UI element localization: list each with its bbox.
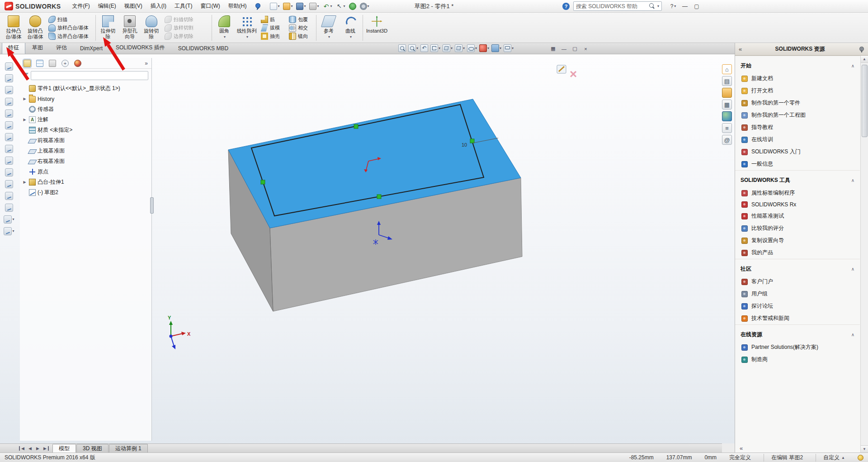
cancel-sketch-icon[interactable]: × [570, 67, 577, 81]
restore[interactable]: ▢▾ [692, 2, 702, 10]
task-pane-item[interactable]: SOLIDWORKS Rx [735, 199, 860, 210]
task-pane-item[interactable]: 制作我的第一个工程图 [735, 109, 860, 121]
shell-button[interactable]: 抽壳 [259, 32, 286, 40]
tree-item[interactable]: 注解 [21, 114, 151, 125]
task-pane-item[interactable]: 探讨论坛 [735, 300, 860, 312]
sketch-rectangle[interactable]: ▾ [0, 131, 18, 143]
task-pane-item[interactable]: 指导教程 [735, 121, 860, 133]
command-tab[interactable]: SOLIDWORKS 插件 [109, 42, 171, 54]
expand-arrow-icon[interactable] [22, 118, 27, 122]
task-pane-item[interactable]: 我的产品 [735, 247, 860, 259]
task-pane-item[interactable]: 用户组 [735, 288, 860, 300]
tree-item[interactable]: 前视基准面 [21, 135, 151, 146]
document-tab[interactable]: 3D 视图 [76, 444, 108, 452]
mirror-entities[interactable]: ▾ [0, 178, 18, 190]
boundary-cut-button[interactable]: 边界切除 [163, 32, 209, 40]
previous-tab[interactable]: ◀ [27, 446, 33, 451]
task-pane-item[interactable]: 一般信息 [735, 158, 860, 170]
zoom-area[interactable]: ▾ [408, 44, 419, 52]
section-header[interactable]: SOLIDWORKS 工具 ∧ [735, 171, 860, 187]
trim-entities[interactable]: ▾ [0, 143, 18, 155]
task-pane-item[interactable]: 制作我的第一个零件 [735, 97, 860, 109]
help-badge-icon[interactable]: ? [562, 3, 570, 10]
quick-tool-button[interactable]: ▾ [282, 2, 293, 10]
task-pane-scrollbar[interactable]: ▲ ▼ [860, 56, 868, 452]
section-view[interactable]: ▾ [430, 44, 441, 52]
tree-item[interactable]: 原点 [21, 167, 151, 177]
pin-toolbar-icon[interactable] [254, 3, 261, 10]
lofted-boss-base-button[interactable]: 放样凸台/基体 [47, 24, 93, 32]
command-tab[interactable]: 草图 [26, 42, 49, 54]
solidworks-resources[interactable]: ⌂ [722, 64, 732, 74]
tree-item[interactable]: 上视基准面 [21, 146, 151, 156]
cascade-doc[interactable]: ▦ [548, 44, 558, 53]
collapse-section-icon[interactable]: ∧ [851, 178, 854, 183]
scroll-down-icon[interactable]: ▼ [861, 445, 868, 452]
next-tab[interactable]: ▶ [34, 446, 41, 451]
reference-geometry-button[interactable]: 参考 ▾ [318, 14, 340, 42]
task-pane-item[interactable]: 新建文档 [735, 72, 860, 85]
view-orientation[interactable]: ▾ [442, 44, 453, 52]
tree-item[interactable]: 传感器 [21, 104, 151, 114]
design-library[interactable]: ▤ [722, 76, 732, 86]
menu-item[interactable]: 文件(F) [68, 0, 94, 12]
previous-page-icon[interactable]: « [740, 445, 743, 452]
task-pane-item[interactable]: 性能基准测试 [735, 210, 860, 222]
appearances-scenes[interactable] [722, 111, 732, 121]
quick-tool-button[interactable]: ▾ [322, 2, 333, 10]
rib-button[interactable]: 筋 [259, 15, 286, 24]
document-tab[interactable]: 运动算例 1 [109, 444, 148, 452]
offset-entities[interactable]: ▾ [0, 167, 18, 178]
restore-doc[interactable]: ▢ [570, 44, 580, 53]
revolved-cut-button[interactable]: 旋转切 除▾ [141, 14, 162, 42]
tree-filter-input[interactable] [31, 71, 148, 80]
menu-item[interactable]: 插入(I) [146, 0, 170, 12]
collapse-section-icon[interactable]: ∧ [851, 63, 854, 68]
swept-cut-button[interactable]: 扫描切除 [163, 15, 209, 24]
quick-snaps[interactable]: ▾ [0, 214, 18, 225]
select-tool[interactable]: ▾ [0, 61, 18, 72]
convert-entities[interactable]: ▾ [0, 155, 18, 167]
command-tab[interactable]: 特征 [2, 42, 25, 54]
task-pane-item[interactable]: 在线培训 [735, 133, 860, 146]
propertymanager[interactable] [36, 60, 43, 67]
swept-boss-base-button[interactable]: 扫描 [47, 15, 93, 24]
display-relations[interactable]: ▾ [0, 202, 18, 214]
command-tab[interactable]: SOLIDWORKS MBD [172, 43, 235, 54]
tree-item[interactable]: 凸台-拉伸1 [21, 177, 151, 187]
boundary-boss-base-button[interactable]: 边界凸台/基体 [47, 32, 93, 40]
scrollbar-thumb[interactable] [862, 65, 868, 137]
command-tab[interactable]: 评估 [50, 42, 73, 54]
search-icon[interactable] [649, 3, 655, 9]
dimxpertmanager[interactable] [61, 60, 69, 67]
edit-sketch[interactable]: ▾ [0, 72, 18, 84]
hide-show-items[interactable]: ▾ [467, 44, 477, 52]
task-pane-item[interactable]: 制造商 [735, 353, 860, 366]
tree-item[interactable]: 右视基准面 [21, 156, 151, 167]
zoom-fit[interactable]: ▾ [398, 44, 406, 52]
revolved-boss-base-button[interactable]: 旋转凸 台/基体▾ [24, 14, 46, 42]
wrap-button[interactable]: 包覆 [288, 15, 314, 24]
tree-item[interactable]: (-) 草图2 [21, 187, 151, 198]
featuremanager-design-tree[interactable] [24, 60, 31, 67]
tree-item[interactable]: 材质 <未指定> [21, 125, 151, 135]
rapid-sketch[interactable]: ▾ [0, 225, 18, 237]
sketch-arc[interactable]: ▾ [0, 119, 18, 131]
display-style[interactable]: ▾ [454, 44, 465, 52]
extruded-cut-button[interactable]: 拉伸切 除▾ [97, 14, 119, 42]
quick-tool-button[interactable]: ▾ [269, 2, 280, 10]
midpoint-handle[interactable] [261, 180, 265, 184]
edit-appearance[interactable]: ▾ [479, 44, 490, 52]
section-header[interactable]: 社区 ∧ [735, 259, 860, 276]
solidworks-forum[interactable]: @ [722, 135, 732, 145]
quick-tool-button[interactable]: ▾ [295, 2, 307, 10]
displaymanager[interactable] [74, 60, 81, 67]
command-tab[interactable]: DimXpert [74, 43, 109, 54]
previous-view[interactable]: ▾ [420, 44, 429, 52]
view-settings[interactable]: ▾ [503, 44, 514, 52]
view-palette[interactable]: ▦ [722, 100, 732, 110]
lofted-cut-button[interactable]: 放样切割 [163, 24, 209, 32]
instant3d-button[interactable]: Instant3D [364, 14, 389, 42]
task-pane-item[interactable]: 比较我的评分 [735, 222, 860, 234]
task-pane-item[interactable]: Partner Solutions(解决方案) [735, 341, 860, 353]
